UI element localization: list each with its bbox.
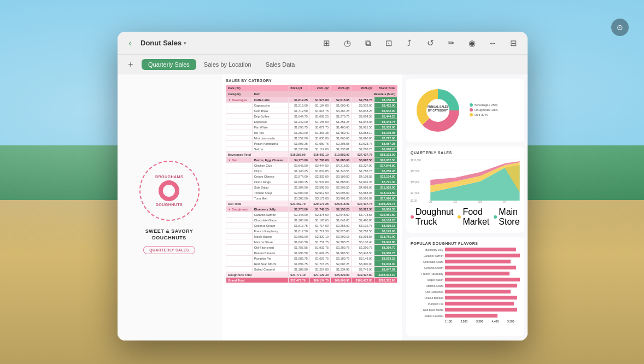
bar-pumpkin-pie: Pumpkin Pie bbox=[411, 302, 520, 306]
doughnuts-cat-label: ▼ Doughnuts bbox=[226, 207, 253, 212]
bar-label-salted: Salted Caramel bbox=[411, 314, 443, 318]
bar-chocolate-glaze: Chocolate Glaze bbox=[411, 260, 520, 263]
table-row: Chocolate Glaze $1,180.60 $1,195.65 $1,6… bbox=[226, 218, 397, 223]
cappuccino-name: Cappuccino bbox=[252, 103, 289, 108]
bar-label-chocolate: Chocolate Glaze bbox=[411, 260, 443, 263]
table-row: Mint Lemonade $1,552.00 $1,630.00 $1,860… bbox=[226, 136, 397, 141]
table-row: Drip Coffee $1,044.75 $1,068.25 $1,270.7… bbox=[226, 114, 397, 119]
y-label-3: $55,000 bbox=[411, 181, 420, 184]
grand-total-q2: $60,134.70 bbox=[309, 278, 330, 283]
legend-item-deli: Deli 37% bbox=[470, 113, 498, 116]
beverages-total-label: Beverages Total bbox=[226, 152, 289, 157]
table-row: Matcha Glaze $1,840.50 $1,751.75 $2,303.… bbox=[226, 239, 397, 245]
table-row: Peach Kombucha $1,897.25 $1,680.75 $2,20… bbox=[226, 141, 397, 146]
bar-label-maple: Maple Bacon bbox=[411, 278, 443, 281]
bar-fill-salted bbox=[445, 314, 497, 318]
area-chart-legend: Doughnut Truck Food Market Main Store bbox=[411, 207, 520, 228]
legend-label-doughnuts: Doughnuts 38% bbox=[475, 108, 498, 111]
th-date: Date (Yr) bbox=[226, 85, 289, 91]
legend-dot-beverages bbox=[470, 103, 473, 107]
table-icon[interactable]: ⊞ bbox=[319, 36, 334, 51]
table-row: Espresso $1,242.00 $1,155.00 $1,251.25 $… bbox=[226, 119, 397, 125]
toolbar-icons: ⊞ ◷ ⧉ ⊡ ⤴ ↺ ✏ ◉ ↔ ⊟ bbox=[319, 36, 521, 51]
donut-center-line2: BY CATEGORY bbox=[428, 109, 448, 112]
y-label-5: $0.00 bbox=[411, 199, 417, 202]
document-title: Donut Sales bbox=[140, 39, 182, 47]
x-label-q1: Q1 bbox=[429, 201, 432, 203]
arrows-icon[interactable]: ↔ bbox=[485, 36, 500, 51]
bar-peanut-banana: Peanut Banana bbox=[411, 296, 520, 300]
legend-dot-doughnuts bbox=[470, 108, 473, 111]
beverages-caffe-latte-q3: $2,018.68 bbox=[331, 97, 352, 103]
bar-chart-container: POPULAR DOUGHNUT FLAVORS Blueberry Jelly… bbox=[406, 237, 524, 336]
circle-icon[interactable]: ◉ bbox=[464, 36, 479, 51]
sales-table: Date (Yr) 2021-Q1 2021-Q2 2021-Q3 2021-Q… bbox=[226, 85, 397, 283]
bar-fill-peanut bbox=[445, 296, 517, 300]
table-section-title: SALES BY CATEGORY bbox=[226, 79, 397, 83]
grand-total-total: $282,312.96 bbox=[374, 278, 397, 283]
table-row: Ice Tea $1,250.00 $1,353.38 $1,489.40 $3… bbox=[226, 130, 397, 136]
tab-sales-by-location[interactable]: Sales by Location bbox=[197, 59, 258, 70]
title-bar: ‹ Donut Sales ▾ ⊞ ◷ ⧉ ⊡ ⤴ ↺ ✏ ◉ ↔ ⊟ bbox=[118, 32, 528, 55]
x-label-1100: 1,100 bbox=[445, 320, 452, 323]
clock-icon[interactable]: ◷ bbox=[339, 36, 355, 51]
x-label-q3: Q3 bbox=[478, 201, 482, 203]
th-2021q4: 2021-Q4 bbox=[352, 85, 374, 91]
legend-label-store: Main Store bbox=[499, 207, 519, 227]
deli-total-row: Deli Total $21,487.70 $20,173.25 $25,818… bbox=[226, 201, 397, 207]
table-row: Coconut Cream $1,817.75 $1,714.50 $2,255… bbox=[226, 223, 397, 228]
bar-label-coconut: Coconut Cream bbox=[411, 266, 443, 269]
camera-small-icon[interactable]: ⊡ bbox=[381, 36, 396, 51]
pen-icon[interactable]: ✏ bbox=[443, 36, 459, 51]
table-row: Chips $1,148.25 $1,007.85 $1,343.55 $1,7… bbox=[226, 168, 397, 174]
bar-red-bean-mochi: Red Bean Mochi bbox=[411, 308, 520, 312]
minus-icon[interactable]: ⊟ bbox=[506, 36, 521, 51]
x-label-q2: Q2 bbox=[454, 201, 457, 203]
table-row: Side Salad $2,304.00 $2,596.50 $2,596.50… bbox=[226, 185, 397, 190]
deli-total-label: Deli Total bbox=[226, 201, 289, 207]
doughnuts-total-row: Doughnuts Total $21,777.10 $21,129.30 $2… bbox=[226, 272, 397, 278]
legend-dot-truck bbox=[411, 215, 414, 219]
cappuccino-q3: $1,090.40 bbox=[331, 103, 352, 108]
main-content: SALES BY CATEGORY Date (Yr) 2021-Q1 2021… bbox=[221, 74, 528, 340]
tab-quarterly-sales[interactable]: Quarterly Sales bbox=[142, 59, 196, 70]
bar-fill-old bbox=[445, 290, 511, 293]
tab-sales-data[interactable]: Sales Data bbox=[259, 59, 302, 70]
title-dropdown-icon[interactable]: ▾ bbox=[184, 40, 186, 46]
beverages-caffe-latte-q1: $1,812.25 bbox=[289, 97, 309, 103]
y-label-1: $110,000 bbox=[411, 159, 421, 162]
bar-label-pumpkin: Pumpkin Pie bbox=[411, 302, 443, 306]
back-button[interactable]: ‹ bbox=[124, 37, 136, 49]
th-2021q3: 2021-Q3 bbox=[331, 85, 352, 91]
legend-label-market: Food Market bbox=[462, 207, 489, 227]
bar-old-fashioned: Old-Fashioned bbox=[411, 290, 520, 293]
bar-fill-red-bean bbox=[445, 308, 517, 312]
share-icon[interactable]: ⤴ bbox=[402, 36, 417, 51]
x-label-2200: 2,200 bbox=[461, 320, 468, 323]
grand-total-row: Grand Total $57,471.70 $60,134.70 $69,00… bbox=[226, 278, 397, 283]
table-row: Maple Bacon $2,563.00 $2,320.10 $3,290.1… bbox=[226, 234, 397, 239]
area-chart-title: QUARTERLY SALES bbox=[411, 151, 520, 155]
table-row: Flat White $1,095.75 $1,072.75 $1,463.60… bbox=[226, 125, 397, 130]
camera-button[interactable]: ⊙ bbox=[611, 19, 629, 36]
bar-maple-bacon: Maple Bacon bbox=[411, 278, 520, 281]
table-row: Red Bean Mochi $1,894.75 $1,715.25 $2,08… bbox=[226, 261, 397, 267]
legend-dot-market bbox=[458, 215, 461, 219]
donut-center-line1: ANNUAL SALES bbox=[427, 105, 449, 108]
y-label-2: $82,500 bbox=[411, 170, 420, 173]
donut-chart-container: ANNUAL SALES BY CATEGORY Beverages 25% D… bbox=[406, 79, 524, 142]
deli-header-row: ▼ Deli Bacon, Egg, Cheese $4,170.00 $1,7… bbox=[226, 157, 397, 163]
undo-icon[interactable]: ↺ bbox=[423, 36, 438, 51]
beverages-header-row: ▼ Beverages Caffe Latte $1,812.25 $1,573… bbox=[226, 97, 397, 103]
beverages-caffe-latte-name: Caffe Latte bbox=[252, 97, 289, 103]
table-row: Cold Brew $1,712.50 $1,618.75 $4,267.25 … bbox=[226, 108, 397, 114]
add-tab-button[interactable]: + bbox=[124, 58, 137, 71]
bar-x-axis: 1,100 2,200 3,300 4,400 5,500 bbox=[445, 320, 520, 323]
bar-label-red-bean: Red Bean Mochi bbox=[411, 308, 443, 312]
legend-doughnut-truck: Doughnut Truck bbox=[411, 207, 453, 227]
grand-total-q1: $57,471.70 bbox=[289, 278, 309, 283]
bar-blueberry-jelly: Blueberry Jelly bbox=[411, 248, 520, 251]
copy-icon[interactable]: ⧉ bbox=[360, 36, 376, 51]
title-area: Donut Sales ▾ bbox=[140, 39, 319, 47]
bar-chart-title: POPULAR DOUGHNUT FLAVORS bbox=[411, 242, 520, 245]
